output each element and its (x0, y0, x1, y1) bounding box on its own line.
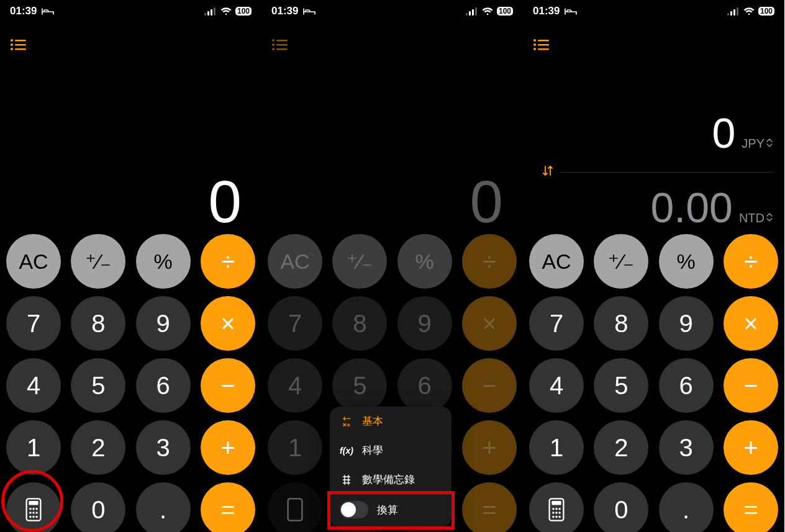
basic-icon: +−×÷ (340, 415, 353, 428)
divider (560, 172, 773, 173)
digit-6-button[interactable]: 6 (397, 358, 452, 413)
svg-rect-23 (472, 9, 474, 16)
plus-button[interactable]: + (462, 420, 517, 475)
svg-rect-11 (29, 501, 38, 505)
digit-7-button[interactable]: 7 (529, 296, 584, 351)
percent-button[interactable]: % (397, 234, 452, 289)
multiply-button[interactable]: × (201, 296, 255, 351)
divide-button[interactable]: ÷ (724, 234, 778, 289)
digit-6-button[interactable]: 6 (136, 358, 191, 413)
display-value: 0 (209, 172, 242, 232)
conv-top-value: 0 (712, 112, 735, 154)
percent-button[interactable]: % (136, 234, 191, 289)
mode-menu-convert[interactable]: 換算 (330, 495, 451, 527)
mode-button[interactable] (268, 482, 322, 532)
digit-5-button[interactable]: 5 (594, 358, 648, 413)
digit-2-button[interactable]: 2 (71, 420, 125, 475)
status-bar: 01:39 100 (261, 0, 523, 22)
equals-button[interactable]: = (201, 482, 255, 532)
digit-0-button[interactable]: 0 (71, 482, 125, 532)
decimal-button[interactable]: . (136, 482, 191, 532)
conv-top-currency[interactable]: JPY (742, 137, 773, 156)
mode-mathnotes-label: 數學備忘錄 (362, 472, 415, 487)
mode-menu-scientific[interactable]: f(x) 科學 (330, 436, 451, 465)
multiply-button[interactable]: × (724, 296, 778, 351)
display-area: 0 (261, 37, 523, 234)
mode-convert-label: 換算 (377, 503, 398, 517)
svg-point-15 (29, 512, 32, 514)
conv-bottom-currency[interactable]: NTD (739, 211, 773, 230)
ac-button[interactable]: AC (529, 234, 584, 289)
history-button[interactable] (532, 37, 551, 52)
svg-point-40 (533, 48, 536, 50)
percent-button[interactable]: % (659, 234, 714, 289)
digit-6-button[interactable]: 6 (659, 358, 714, 413)
svg-point-18 (29, 516, 32, 518)
digit-9-button[interactable]: 9 (659, 296, 714, 351)
bed-icon (42, 7, 54, 16)
equals-button[interactable]: = (462, 482, 517, 532)
svg-point-17 (35, 512, 38, 514)
display-value: 0 (470, 172, 503, 232)
digit-0-button[interactable]: 0 (594, 482, 648, 532)
mode-button[interactable] (6, 482, 61, 532)
svg-rect-22 (469, 11, 471, 16)
minus-button[interactable]: − (724, 358, 778, 413)
digit-4-button[interactable]: 4 (268, 358, 322, 413)
status-time: 01:39 (10, 5, 37, 17)
multiply-button[interactable]: × (462, 296, 517, 351)
digit-7-button[interactable]: 7 (6, 296, 61, 351)
digit-5-button[interactable]: 5 (71, 358, 125, 413)
digit-9-button[interactable]: 9 (136, 296, 191, 351)
svg-point-48 (555, 512, 558, 514)
convert-switch[interactable] (340, 501, 368, 518)
digit-4-button[interactable]: 4 (6, 358, 61, 413)
status-bar: 01:39 100 (0, 0, 261, 22)
plus-button[interactable]: + (201, 420, 255, 475)
svg-rect-24 (475, 7, 477, 16)
digit-1-button[interactable]: 1 (529, 420, 584, 475)
plus-minus-button[interactable]: ⁺∕₋ (71, 234, 125, 289)
digit-3-button[interactable]: 3 (136, 420, 191, 475)
svg-point-38 (533, 43, 536, 46)
svg-rect-37 (538, 40, 549, 41)
digit-4-button[interactable]: 4 (529, 358, 584, 413)
keypad: AC ⁺∕₋ % ÷ 7 8 9 × 4 5 6 − 1 2 3 + (0, 234, 261, 532)
svg-rect-1 (207, 11, 209, 16)
decimal-button[interactable]: . (659, 482, 714, 532)
ac-button[interactable]: AC (6, 234, 61, 289)
svg-point-44 (552, 508, 555, 510)
divide-button[interactable]: ÷ (201, 234, 255, 289)
svg-rect-39 (538, 44, 549, 45)
mode-button[interactable] (529, 482, 584, 532)
plus-minus-button[interactable]: ⁺∕₋ (332, 234, 387, 289)
calculator-screen-basic: 01:39 100 0 (0, 0, 261, 532)
plus-minus-button[interactable]: ⁺∕₋ (594, 234, 648, 289)
digit-8-button[interactable]: 8 (332, 296, 387, 351)
digit-8-button[interactable]: 8 (71, 296, 125, 351)
swap-icon[interactable] (542, 165, 554, 180)
wifi-icon (743, 7, 755, 16)
minus-button[interactable]: − (462, 358, 517, 413)
digit-1-button[interactable]: 1 (6, 420, 61, 475)
svg-rect-21 (466, 13, 468, 16)
digit-1-button[interactable]: 1 (268, 420, 322, 475)
divide-button[interactable]: ÷ (462, 234, 517, 289)
svg-point-16 (32, 512, 35, 514)
svg-point-20 (35, 516, 38, 518)
digit-5-button[interactable]: 5 (332, 358, 387, 413)
digit-2-button[interactable]: 2 (594, 420, 648, 475)
mode-scientific-label: 科學 (362, 443, 383, 458)
mode-menu-basic[interactable]: +−×÷ 基本 (330, 407, 451, 436)
chevron-updown-icon (766, 212, 773, 224)
digit-3-button[interactable]: 3 (659, 420, 714, 475)
equals-button[interactable]: = (724, 482, 778, 532)
minus-button[interactable]: − (201, 358, 255, 413)
mode-menu-mathnotes[interactable]: 數學備忘錄 (330, 465, 451, 494)
digit-7-button[interactable]: 7 (268, 296, 322, 351)
digit-9-button[interactable]: 9 (397, 296, 452, 351)
digit-8-button[interactable]: 8 (594, 296, 648, 351)
plus-button[interactable]: + (724, 420, 778, 475)
ac-button[interactable]: AC (268, 234, 322, 289)
status-time: 01:39 (271, 5, 298, 17)
